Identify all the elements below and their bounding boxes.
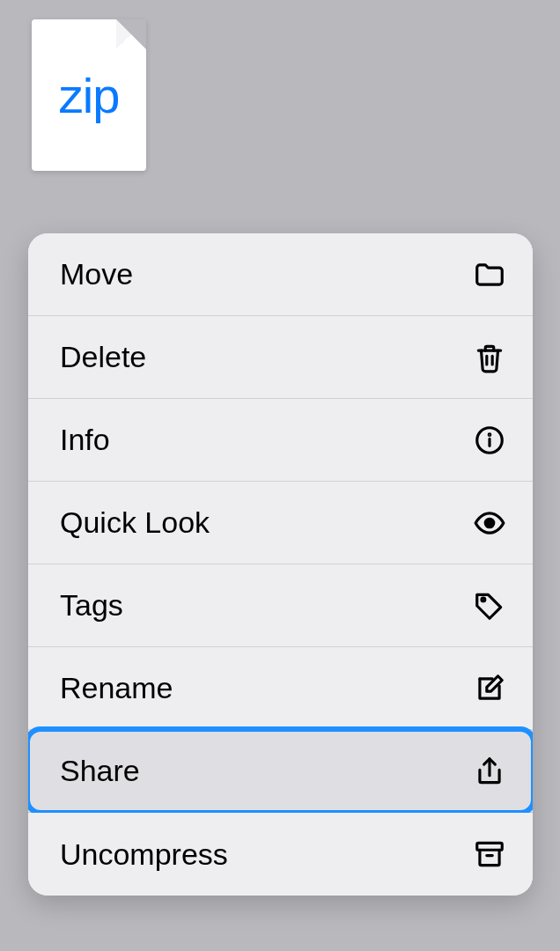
- menu-item-info[interactable]: Info: [28, 399, 533, 482]
- info-icon: [473, 424, 506, 457]
- menu-item-rename[interactable]: Rename: [28, 647, 533, 730]
- menu-item-uncompress[interactable]: Uncompress: [28, 813, 533, 896]
- svg-point-3: [482, 597, 485, 601]
- file-preview[interactable]: zip: [32, 19, 146, 171]
- menu-item-label: Move: [60, 257, 133, 291]
- trash-icon: [473, 341, 506, 374]
- menu-item-share[interactable]: Share: [28, 730, 533, 813]
- archive-box-icon: [473, 837, 506, 871]
- menu-item-label: Info: [60, 423, 110, 457]
- menu-item-label: Share: [60, 754, 140, 788]
- share-icon: [473, 755, 506, 788]
- menu-item-label: Rename: [60, 671, 173, 705]
- menu-item-label: Tags: [60, 588, 123, 623]
- folder-icon: [473, 258, 506, 291]
- svg-rect-4: [477, 843, 503, 850]
- menu-item-move[interactable]: Move: [28, 233, 533, 316]
- menu-item-label: Delete: [60, 340, 146, 374]
- svg-point-1: [489, 433, 490, 435]
- file-type-label: zip: [59, 67, 120, 124]
- menu-item-quick-look[interactable]: Quick Look: [28, 482, 533, 564]
- menu-item-label: Uncompress: [60, 837, 228, 872]
- context-menu: Move Delete Info Quick Look: [28, 233, 533, 896]
- svg-point-2: [485, 519, 494, 527]
- menu-item-tags[interactable]: Tags: [28, 564, 533, 647]
- dog-ear: [116, 19, 146, 49]
- menu-item-label: Quick Look: [60, 505, 210, 540]
- tag-icon: [473, 589, 506, 623]
- document-page: zip: [32, 19, 146, 171]
- compose-icon: [473, 672, 506, 705]
- eye-icon: [473, 506, 506, 540]
- menu-item-delete[interactable]: Delete: [28, 316, 533, 399]
